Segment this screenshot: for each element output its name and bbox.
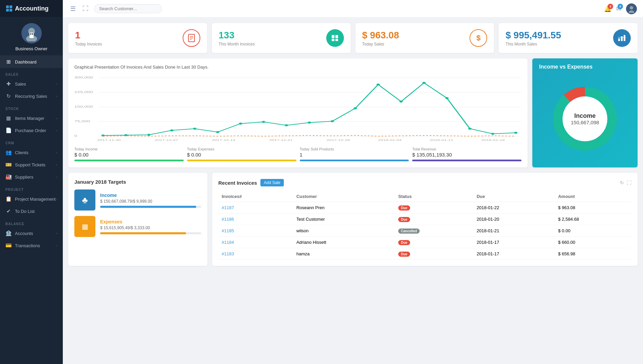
income-target-name: Income xyxy=(100,193,201,198)
user-avatar-top[interactable] xyxy=(626,3,637,14)
sidebar-item-project-management[interactable]: 📋 Project Management › xyxy=(0,193,63,205)
svg-text:0: 0 xyxy=(74,134,77,138)
svg-text:2017-12-07: 2017-12-07 xyxy=(154,139,178,142)
expenses-target-item: ▦ Expenses $ 15,615,905.49/$ 3,333.00 xyxy=(74,216,201,237)
expand-icon[interactable]: ⛶ xyxy=(81,4,90,14)
chevron-right-icon: › xyxy=(56,163,57,167)
sidebar-item-suppliers[interactable]: 🏭 Suppliers › xyxy=(0,171,63,183)
sidebar-item-label: Items Manager xyxy=(15,116,44,121)
messages-badge: 0 xyxy=(618,4,623,9)
svg-point-41 xyxy=(285,124,288,126)
donut-center-value: 150,667,098 xyxy=(571,120,599,125)
svg-text:75,000: 75,000 xyxy=(74,120,90,123)
messages-button[interactable]: ✉ 0 xyxy=(616,5,621,13)
sidebar-item-label: Purchase Order xyxy=(15,128,46,133)
avatar xyxy=(21,23,42,43)
svg-point-43 xyxy=(331,120,334,122)
section-label-project: PROJECT xyxy=(0,183,63,193)
donut-card: Income vs Expenses xyxy=(532,58,638,167)
invoice-link[interactable]: #1186 xyxy=(222,217,234,222)
sidebar-item-support-tickets[interactable]: 🎫 Support Tickets › xyxy=(0,159,63,171)
donut-title: Income vs Expenses xyxy=(532,58,638,73)
fullscreen-icon[interactable]: ⛶ xyxy=(627,180,631,185)
sidebar-item-label: Clients xyxy=(15,150,29,155)
targets-title: January 2018 Targets xyxy=(74,179,201,185)
sidebar-item-purchase-order[interactable]: 📄 Purchase Order › xyxy=(0,124,63,136)
donut-body: Income 150,667,098 xyxy=(532,73,638,167)
sidebar-item-label: Accounts xyxy=(15,231,33,236)
svg-text:150,000: 150,000 xyxy=(74,105,93,108)
sidebar-item-to-do-list[interactable]: ✔ To Do List xyxy=(0,205,63,217)
status-badge: Due xyxy=(398,205,410,211)
invoice-status: Cancelled xyxy=(395,225,473,237)
invoice-amount: $ 656.98 xyxy=(555,248,631,260)
table-row: #1187 Roseann Pren Due 2018-01-22 $ 963.… xyxy=(218,202,631,214)
invoices-table: Invoices# Customer Status Due Amount #11… xyxy=(218,191,631,260)
document-icon: 📄 xyxy=(5,127,12,133)
income-target-details: Income $ 150,667,098.79/$ 9,999.00 xyxy=(100,193,201,208)
chart-card: Graphical Presentation Of Invoices And S… xyxy=(68,58,528,167)
invoice-id[interactable]: #1185 xyxy=(218,225,293,237)
metric-value: $ 0.00 xyxy=(74,152,184,158)
invoice-link[interactable]: #1185 xyxy=(222,228,234,233)
svg-point-42 xyxy=(308,122,311,124)
notifications-button[interactable]: 🔔 3 xyxy=(604,5,611,13)
topbar-right: 🔔 3 ✉ 0 xyxy=(604,3,637,14)
sidebar-item-dashboard[interactable]: ⊞ Dashboard xyxy=(0,56,63,68)
income-target-amount: $ 150,667,098.79/$ 9,999.00 xyxy=(100,199,201,204)
col-invoice-num: Invoices# xyxy=(218,191,293,202)
stat-label: This Month Invoices xyxy=(219,42,255,47)
svg-rect-18 xyxy=(335,39,338,41)
svg-text:2017-12-28: 2017-12-28 xyxy=(327,139,350,142)
donut-wrapper: Income 150,667,098 xyxy=(548,81,622,156)
status-badge: Due xyxy=(398,252,410,257)
stat-info: 1 Today Invoices xyxy=(75,30,102,47)
sidebar-item-accounts[interactable]: 🏦 Accounts › xyxy=(0,227,63,239)
sidebar-item-items-manager[interactable]: ▦ Items Manager › xyxy=(0,112,63,124)
stat-info: 133 This Month Invoices xyxy=(219,30,255,47)
section-label-balance: BALANCE xyxy=(0,217,63,227)
invoice-due: 2018-01-21 xyxy=(473,225,555,237)
invoices-header: Recent Invoices Add Sale ↻ ⛶ xyxy=(218,179,631,186)
expenses-target-amount: $ 15,615,905.49/$ 3,333.00 xyxy=(100,225,201,230)
invoice-amount: $ 660.00 xyxy=(555,237,631,248)
invoice-link[interactable]: #1184 xyxy=(222,240,234,245)
refresh-icon[interactable]: ↻ xyxy=(620,180,624,185)
invoice-amount: $ 2,584.68 xyxy=(555,214,631,225)
invoice-customer: Adriano Hissett xyxy=(293,237,395,248)
invoice-id[interactable]: #1186 xyxy=(218,214,293,225)
sidebar-item-transactions[interactable]: 💳 Transactions › xyxy=(0,239,63,252)
metric-label: Today Expenses xyxy=(187,147,296,151)
expenses-target-details: Expenses $ 15,615,905.49/$ 3,333.00 xyxy=(100,219,201,234)
expenses-progress-bar xyxy=(100,232,201,234)
invoice-link[interactable]: #1187 xyxy=(222,205,234,210)
sidebar-item-label: Reccuring Sales xyxy=(15,94,47,99)
svg-point-44 xyxy=(353,107,357,109)
invoice-id[interactable]: #1183 xyxy=(218,248,293,260)
metric-bar xyxy=(187,160,296,161)
sidebar-item-clients[interactable]: 👥 Clients › xyxy=(0,146,63,159)
svg-text:2017-11-30: 2017-11-30 xyxy=(97,139,121,142)
metric-today-expenses: Today Expenses $ 0.00 xyxy=(187,147,296,161)
chart-metrics: Today Income $ 0.00 Today Expenses $ 0.0… xyxy=(74,147,521,161)
invoice-id[interactable]: #1184 xyxy=(218,237,293,248)
svg-point-40 xyxy=(262,121,265,123)
add-sale-button[interactable]: Add Sale xyxy=(260,179,284,186)
svg-point-10 xyxy=(629,11,634,13)
sidebar-item-label: Sales xyxy=(15,81,26,87)
chevron-right-icon: › xyxy=(56,232,57,235)
menu-toggle-button[interactable]: ☰ xyxy=(69,4,77,14)
section-label-stock: STOCK xyxy=(0,102,63,112)
stat-value: 1 xyxy=(75,30,102,41)
search-input[interactable] xyxy=(94,4,162,13)
svg-rect-7 xyxy=(30,33,31,35)
invoice-id[interactable]: #1187 xyxy=(218,202,293,214)
sidebar-item-sales[interactable]: ✚ Sales › xyxy=(0,78,63,90)
sidebar-item-label: Support Tickets xyxy=(15,162,45,167)
income-progress-fill xyxy=(100,206,196,208)
invoice-link[interactable]: #1183 xyxy=(222,251,234,256)
box-icon: ▦ xyxy=(5,115,12,121)
col-customer: Customer xyxy=(293,191,395,202)
sidebar-item-recurring-sales[interactable]: ↻ Reccuring Sales › xyxy=(0,90,63,102)
svg-point-50 xyxy=(491,133,495,135)
